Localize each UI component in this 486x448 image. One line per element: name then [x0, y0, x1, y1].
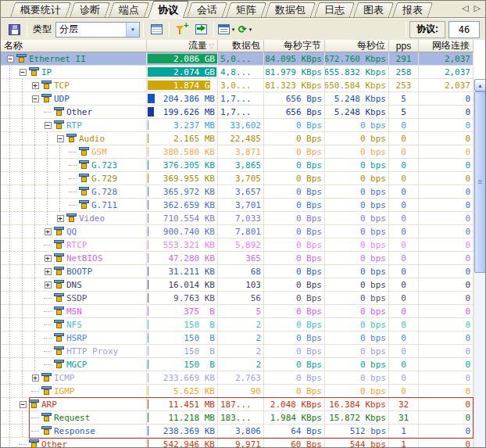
column-header-每秒字节[interactable]: 每秒字节 [264, 40, 325, 52]
tree-row-NetBIOS[interactable]: +NetBIOS47.280 KB3650 Bps0 bps00 [1, 252, 485, 265]
bits-per-second-cell: 0 bps [325, 332, 389, 345]
tree-branch-stub [69, 152, 77, 152]
expand-toggle-icon[interactable]: + [32, 82, 39, 89]
save-button[interactable] [5, 21, 23, 38]
add-filter-button[interactable]: + [173, 21, 191, 38]
packets-cell: 68 [218, 265, 264, 278]
vertical-scrollbar[interactable]: ▲ ▼ [473, 79, 485, 448]
column-header-label: 每秒字节 [284, 39, 321, 52]
expand-toggle-icon[interactable]: + [45, 255, 52, 262]
tree-row-ARP[interactable]: −ARP11.451 MB187...2.048 KBps16.384 Kbps… [1, 398, 485, 411]
expand-toggle-icon[interactable]: + [32, 375, 39, 382]
scroll-up-button[interactable]: ▲ [474, 79, 486, 91]
tree-row-IP[interactable]: −IP2.074 GB4,8...81.979 KBps655.832 Kbps… [1, 66, 485, 79]
traffic-cell: 150 B [147, 318, 218, 332]
tree-row-Other[interactable]: Other199.626 MB1,7...656 Bps5.248 Kbps50 [1, 106, 485, 119]
tree-row-UDP[interactable]: −UDP204.386 MB1,7...656 Bps5.248 Kbps50 [1, 92, 485, 106]
tree-row-Audio[interactable]: −Audio2.165 MB22,4850 Bps0 bps00 [1, 132, 485, 145]
expand-toggle-icon[interactable]: + [45, 268, 52, 275]
tree-guide-line [4, 172, 16, 185]
tab-图表[interactable]: 图表 [353, 2, 394, 17]
tree-row-Response[interactable]: Response238.369 KB3,80664 Bps512 bps10 [1, 425, 485, 438]
tree-row-IGMP[interactable]: IGMP5.625 KB900 Bps0 bps00 [1, 385, 485, 398]
tab-label: 诊断 [80, 3, 100, 17]
table-icon [151, 24, 163, 34]
tree-guide-line [4, 92, 16, 106]
column-header-网络连接[interactable]: 网络连接 [419, 40, 473, 52]
tree-row-G.728[interactable]: G.728365.972 KB3,6570 Bps0 bps00 [1, 185, 485, 199]
collapse-toggle-icon[interactable]: − [32, 95, 39, 102]
tree-guide-line [29, 305, 41, 318]
traffic-value: 553.321 KB [163, 240, 217, 250]
tree-row-SSDP[interactable]: SSDP9.763 KB560 Bps0 bps00 [1, 292, 485, 305]
tab-数据包[interactable]: 数据包 [265, 2, 316, 17]
tree-row-Ethernet II[interactable]: −Ethernet II2.086 GB5,0...84.095 KBps672… [1, 52, 485, 66]
tree-row-RTP[interactable]: −RTP3.237 MB33,6020 Bps0 bps00 [1, 119, 485, 132]
expand-toggle-icon[interactable]: + [45, 281, 52, 289]
collapse-toggle-icon[interactable]: − [20, 401, 27, 408]
tab-报表[interactable]: 报表 [392, 2, 433, 17]
combo-dropdown-button[interactable]: ▼ [126, 23, 139, 37]
protocol-icon [54, 333, 64, 342]
tree-row-G.729[interactable]: G.729369.955 KB3,7050 Bps0 bps00 [1, 172, 485, 185]
collapse-toggle-icon[interactable]: − [7, 56, 14, 63]
tree-row-G.723[interactable]: G.723376.305 KB3,8650 Bps0 bps00 [1, 159, 485, 172]
tree-row-Video[interactable]: +Video710.554 KB7,0330 Bps0 bps00 [1, 212, 485, 225]
tab-会话[interactable]: 会话 [187, 2, 227, 17]
tree-guide-line [41, 199, 54, 212]
column-chooser-button[interactable]: ▼ [217, 21, 236, 38]
column-header-数据包[interactable]: 数据包 [218, 40, 264, 52]
tree-row-HSRP[interactable]: HSRP150 B20 Bps0 bps00 [1, 332, 485, 345]
collapse-toggle-icon[interactable]: − [45, 122, 52, 129]
tabs-scroll-right-button[interactable]: ▷ [474, 3, 481, 13]
export-button[interactable] [191, 21, 210, 38]
tree-row-NFS[interactable]: NFS150 B20 Bps0 bps00 [1, 318, 485, 332]
tab-端点[interactable]: 端点 [109, 2, 149, 17]
column-header-每秒位[interactable]: 每秒位 [325, 40, 389, 52]
tree-row-ICMP[interactable]: +ICMP233.669 KB2,7630 Bps0 bps00 [1, 371, 485, 385]
collapse-toggle-icon[interactable]: − [20, 69, 27, 76]
tree-row-QQ[interactable]: +QQ900.740 KB7,8010 Bps0 bps00 [1, 225, 485, 238]
column-header-pps[interactable]: pps [389, 40, 419, 52]
traffic-bar [148, 174, 148, 183]
tab-矩阵[interactable]: 矩阵 [226, 2, 266, 17]
tree-row-GSM[interactable]: GSM380.580 KB3,8710 Bps0 bps00 [1, 145, 485, 159]
tree-row-HTTP Proxy[interactable]: HTTP Proxy150 B20 Bps0 bps00 [1, 345, 485, 358]
tree-row-G.711[interactable]: G.711362.659 KB3,7010 Bps0 bps00 [1, 199, 485, 212]
tree-guide-line [16, 358, 29, 371]
column-header-名称[interactable]: 名称 [1, 40, 147, 52]
layout-type-value: 分层 [56, 23, 126, 37]
column-header-流量[interactable]: 流量▽ [147, 40, 218, 52]
network-connections-cell: 0 [419, 305, 473, 318]
tree-row-DNS[interactable]: +DNS16.014 KB1030 Bps0 bps00 [1, 278, 485, 292]
expand-toggle-icon[interactable]: + [45, 228, 52, 235]
tab-诊断[interactable]: 诊断 [70, 2, 110, 17]
traffic-value: 365.972 KB [163, 187, 217, 197]
layout-type-select[interactable]: 分层 ▼ [55, 22, 140, 38]
expand-toggle-icon[interactable]: + [57, 215, 64, 222]
protocol-name: Other [41, 439, 67, 448]
tree-row-Request[interactable]: Request11.218 MB183...1.984 KBps15.872 K… [1, 411, 485, 425]
network-connections-cell: 0 [419, 371, 473, 385]
refresh-button[interactable]: ⟳▼ [236, 21, 255, 38]
tree-row-Other[interactable]: Other542.946 KB9,97160 Bps544 bps10 [1, 438, 485, 447]
tree-row-TCP[interactable]: +TCP1.874 GB3,0...81.323 KBps650.584 Kbp… [1, 79, 485, 92]
tab-概要统计[interactable]: 概要统计 [10, 2, 71, 17]
tree-guide-line [16, 92, 29, 106]
tree-guide-line [4, 438, 16, 447]
tree-row-MGCP[interactable]: MGCP150 B20 Bps0 bps00 [1, 358, 485, 371]
collapse-toggle-icon[interactable]: − [57, 135, 64, 142]
scrollbar-thumb[interactable] [474, 91, 486, 273]
tree-row-BOOTP[interactable]: +BOOTP31.211 KB680 Bps0 bps00 [1, 265, 485, 278]
tab-日志[interactable]: 日志 [314, 2, 355, 17]
tree-row-RTCP[interactable]: RTCP553.321 KB5,8920 Bps0 bps00 [1, 238, 485, 252]
tree-guide-line [54, 185, 66, 199]
tabs-scroll-left-button[interactable]: ◁ [462, 3, 468, 13]
tab-协议[interactable]: 协议 [148, 1, 189, 18]
pps-cell: 0 [389, 185, 419, 199]
tree-row-MSN[interactable]: MSN375 B50 Bps0 bps00 [1, 305, 485, 318]
traffic-value: 2.165 MB [173, 134, 217, 144]
details-view-button[interactable] [147, 21, 166, 38]
bits-per-second-cell: 0 bps [325, 345, 389, 358]
packets-cell: 4,8... [218, 66, 264, 79]
